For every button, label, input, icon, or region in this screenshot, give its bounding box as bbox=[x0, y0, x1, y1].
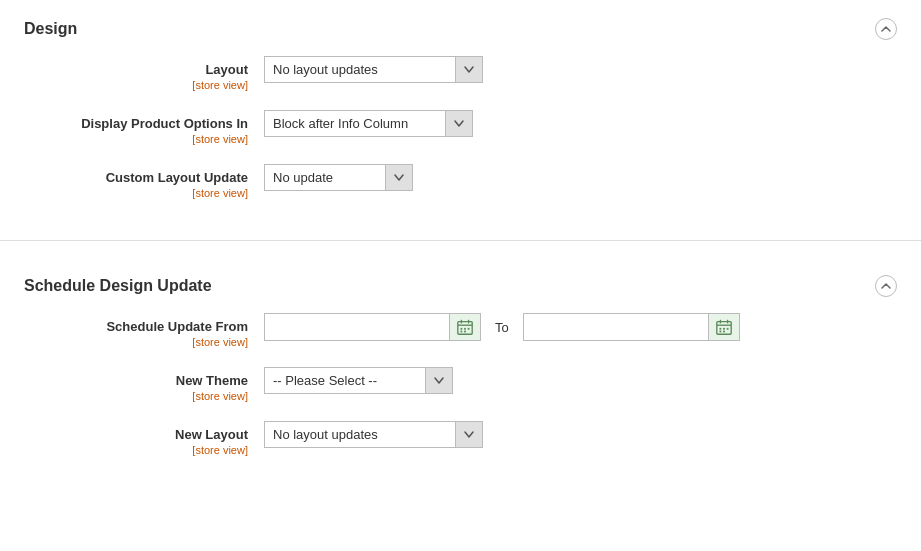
new-theme-arrow-icon bbox=[434, 377, 444, 384]
layout-store-view: [store view] bbox=[192, 79, 248, 91]
custom-layout-arrow-icon bbox=[394, 174, 404, 181]
display-options-label: Display Product Options In bbox=[24, 116, 248, 131]
new-layout-select[interactable]: No layout updates 1 column 2 columns wit… bbox=[265, 422, 455, 447]
new-theme-select[interactable]: -- Please Select -- bbox=[265, 368, 425, 393]
display-options-row: Display Product Options In [store view] … bbox=[24, 110, 897, 146]
schedule-from-store-view: [store view] bbox=[192, 336, 248, 348]
custom-layout-select[interactable]: No update bbox=[265, 165, 385, 190]
svg-rect-15 bbox=[726, 328, 728, 330]
schedule-from-date-wrapper[interactable] bbox=[264, 313, 481, 341]
schedule-section-header: Schedule Design Update bbox=[24, 275, 897, 297]
schedule-to-calendar-btn[interactable] bbox=[708, 314, 739, 340]
display-options-select[interactable]: Block after Info Column Product Info Col… bbox=[265, 111, 445, 136]
design-title: Design bbox=[24, 20, 77, 38]
svg-rect-17 bbox=[723, 331, 725, 333]
to-label: To bbox=[491, 320, 513, 335]
new-theme-label-wrap: New Theme [store view] bbox=[24, 367, 264, 403]
custom-layout-control: No update bbox=[264, 164, 897, 191]
new-layout-label-wrap: New Layout [store view] bbox=[24, 421, 264, 457]
svg-rect-7 bbox=[461, 331, 463, 333]
schedule-from-control: To bbox=[264, 313, 897, 341]
custom-layout-label: Custom Layout Update bbox=[24, 170, 248, 185]
custom-layout-label-wrap: Custom Layout Update [store view] bbox=[24, 164, 264, 200]
svg-rect-14 bbox=[723, 328, 725, 330]
layout-select-wrapper[interactable]: No layout updates 1 column 2 columns wit… bbox=[264, 56, 483, 83]
calendar-from-icon bbox=[456, 318, 474, 336]
schedule-to-date-wrapper[interactable] bbox=[523, 313, 740, 341]
svg-rect-6 bbox=[468, 328, 470, 330]
new-theme-control: -- Please Select -- bbox=[264, 367, 897, 394]
layout-select[interactable]: No layout updates 1 column 2 columns wit… bbox=[265, 57, 455, 82]
schedule-chevron-up-icon bbox=[880, 280, 892, 292]
design-section-header: Design bbox=[24, 18, 897, 40]
new-layout-label: New Layout bbox=[24, 427, 248, 442]
section-divider bbox=[0, 240, 921, 241]
new-layout-store-view: [store view] bbox=[192, 444, 248, 456]
new-layout-row: New Layout [store view] No layout update… bbox=[24, 421, 897, 457]
custom-layout-select-wrapper[interactable]: No update bbox=[264, 164, 413, 191]
svg-rect-5 bbox=[464, 328, 466, 330]
chevron-up-icon bbox=[880, 23, 892, 35]
schedule-section: Schedule Design Update Schedule Update F… bbox=[0, 257, 921, 493]
svg-rect-4 bbox=[461, 328, 463, 330]
schedule-collapse-button[interactable] bbox=[875, 275, 897, 297]
schedule-from-input[interactable] bbox=[265, 315, 449, 340]
new-theme-store-view: [store view] bbox=[192, 390, 248, 402]
schedule-title: Schedule Design Update bbox=[24, 277, 212, 295]
display-options-select-wrapper[interactable]: Block after Info Column Product Info Col… bbox=[264, 110, 473, 137]
layout-dropdown-btn[interactable] bbox=[455, 57, 482, 82]
new-layout-dropdown-btn[interactable] bbox=[455, 422, 482, 447]
display-options-store-view: [store view] bbox=[192, 133, 248, 145]
custom-layout-dropdown-btn[interactable] bbox=[385, 165, 412, 190]
layout-label: Layout bbox=[24, 62, 248, 77]
custom-layout-row: Custom Layout Update [store view] No upd… bbox=[24, 164, 897, 200]
display-options-arrow-icon bbox=[454, 120, 464, 127]
display-options-label-wrap: Display Product Options In [store view] bbox=[24, 110, 264, 146]
design-collapse-button[interactable] bbox=[875, 18, 897, 40]
svg-rect-13 bbox=[719, 328, 721, 330]
layout-control: No layout updates 1 column 2 columns wit… bbox=[264, 56, 897, 83]
display-options-control: Block after Info Column Product Info Col… bbox=[264, 110, 897, 137]
new-theme-row: New Theme [store view] -- Please Select … bbox=[24, 367, 897, 403]
schedule-from-row: Schedule Update From [store view] bbox=[24, 313, 897, 349]
custom-layout-store-view: [store view] bbox=[192, 187, 248, 199]
new-theme-select-wrapper[interactable]: -- Please Select -- bbox=[264, 367, 453, 394]
svg-rect-16 bbox=[719, 331, 721, 333]
new-theme-label: New Theme bbox=[24, 373, 248, 388]
layout-row: Layout [store view] No layout updates 1 … bbox=[24, 56, 897, 92]
schedule-to-input[interactable] bbox=[524, 315, 708, 340]
schedule-from-label-wrap: Schedule Update From [store view] bbox=[24, 313, 264, 349]
schedule-from-label: Schedule Update From bbox=[24, 319, 248, 334]
display-options-dropdown-btn[interactable] bbox=[445, 111, 472, 136]
layout-arrow-icon bbox=[464, 66, 474, 73]
layout-label-wrap: Layout [store view] bbox=[24, 56, 264, 92]
svg-rect-8 bbox=[464, 331, 466, 333]
design-section: Design Layout [store view] No layout upd… bbox=[0, 0, 921, 236]
new-layout-arrow-icon bbox=[464, 431, 474, 438]
new-layout-control: No layout updates 1 column 2 columns wit… bbox=[264, 421, 897, 448]
schedule-from-calendar-btn[interactable] bbox=[449, 314, 480, 340]
new-theme-dropdown-btn[interactable] bbox=[425, 368, 452, 393]
calendar-to-icon bbox=[715, 318, 733, 336]
new-layout-select-wrapper[interactable]: No layout updates 1 column 2 columns wit… bbox=[264, 421, 483, 448]
